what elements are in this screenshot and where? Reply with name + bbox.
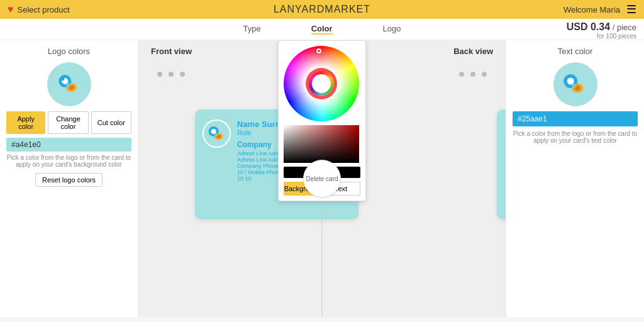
svg-point-3 (61, 77, 64, 80)
svg-point-6 (66, 83, 70, 87)
back-card-hole-2 (470, 72, 475, 77)
text-color-logo-svg (558, 67, 592, 102)
reset-logo-colors-button[interactable]: Reset logo colors (35, 173, 103, 187)
delete-card-button[interactable]: Delete card (303, 160, 341, 197)
price-display: USD 0.34 / piece for 100 pieces (559, 19, 644, 42)
card-logo-circle (203, 119, 231, 148)
price-value: USD 0.34 (567, 21, 610, 32)
logo-color-hex-input[interactable] (6, 138, 131, 152)
welcome-text: Welcome Maria (564, 5, 620, 14)
logo-color-hint: Pick a color from the logo or from the c… (6, 154, 131, 168)
back-card-hole-1 (459, 72, 464, 77)
tab-logo[interactable]: Logo (383, 24, 401, 35)
text-color-hex-input[interactable] (513, 111, 638, 126)
menu-icon[interactable]: ☰ (626, 3, 636, 16)
text-color-panel: Text color Pick a color from the logo or… (506, 40, 644, 317)
back-card-hole-3 (482, 72, 487, 77)
logo-preview (47, 62, 91, 106)
card-hole-2 (169, 72, 174, 77)
card-logo-area (203, 119, 231, 182)
logo-colors-title: Logo colors (48, 47, 90, 56)
header-logo: ♥ Select product (8, 4, 70, 15)
color-wheel-container[interactable] (284, 46, 359, 121)
card-hole-1 (157, 72, 162, 77)
header-right: Welcome Maria ☰ (564, 3, 636, 16)
svg-point-16 (567, 77, 574, 84)
id-card-back (497, 109, 506, 219)
tab-type[interactable]: Type (243, 24, 260, 35)
brand-name-normal: MARKET (325, 4, 370, 14)
card-logo-svg (204, 121, 230, 147)
text-color-logo-preview (553, 62, 597, 106)
brand-name: LANYARDMARKET (274, 4, 370, 15)
back-view-label: Back view (453, 47, 493, 56)
text-color-hint: Pick a color from the logo or from the c… (513, 130, 638, 144)
tab-color[interactable]: Color (311, 24, 333, 35)
logo-btn-row: Apply color Change color Cut color (6, 111, 131, 134)
color-selector-dot (316, 48, 321, 53)
apply-color-button[interactable]: Apply color (6, 111, 45, 134)
heart-icon: ♥ (8, 4, 14, 15)
price-for-100: for 100 pieces (567, 33, 636, 40)
card-hole-3 (180, 72, 185, 77)
price-per-piece: / piece (613, 23, 636, 32)
svg-point-19 (572, 83, 576, 87)
front-view-label: Front view (151, 47, 192, 56)
text-color-title: Text color (558, 47, 593, 56)
select-product-link[interactable]: Select product (18, 5, 70, 14)
svg-point-10 (211, 129, 216, 134)
color-gradient-box[interactable] (284, 125, 359, 163)
logo-colors-panel: Logo colors Apply color Change color Cut… (0, 40, 138, 317)
change-color-button[interactable]: Change color (48, 111, 88, 134)
cut-color-button[interactable]: Cut color (91, 111, 131, 134)
header: ♥ Select product LANYARDMARKET Welcome M… (0, 0, 644, 19)
subnav: Type Color Logo USD 0.34 / piece for 100… (0, 19, 644, 40)
svg-point-13 (214, 133, 218, 136)
logo-svg (53, 69, 85, 100)
